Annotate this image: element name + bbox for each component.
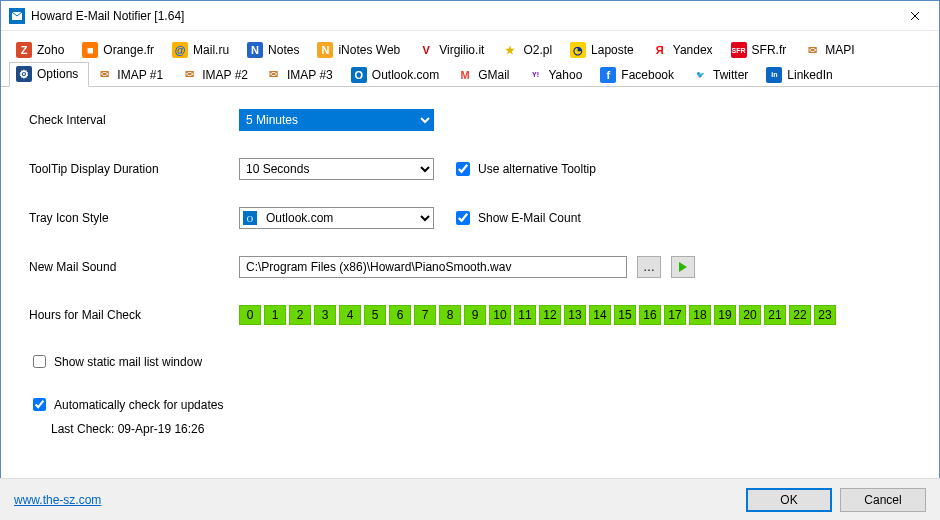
website-link[interactable]: www.the-sz.com bbox=[14, 493, 101, 507]
options-panel: Check Interval 5 Minutes ToolTip Display… bbox=[1, 87, 939, 444]
hour-13[interactable]: 13 bbox=[564, 305, 586, 325]
label-hours: Hours for Mail Check bbox=[29, 308, 239, 322]
inotes-web-icon: N bbox=[317, 42, 333, 58]
tray-icon-style-select[interactable]: Outlook.com bbox=[239, 207, 434, 229]
tab-mail-ru[interactable]: @Mail.ru bbox=[165, 38, 240, 62]
hours-grid: 01234567891011121314151617181920212223 bbox=[239, 305, 836, 325]
tab-mapi[interactable]: ✉MAPI bbox=[797, 38, 865, 62]
use-alt-tooltip-checkbox[interactable]: Use alternative Tooltip bbox=[452, 159, 596, 179]
hour-16[interactable]: 16 bbox=[639, 305, 661, 325]
check-interval-select[interactable]: 5 Minutes bbox=[239, 109, 434, 131]
row-hours: Hours for Mail Check 0123456789101112131… bbox=[29, 305, 911, 325]
tooltip-duration-select[interactable]: 10 Seconds bbox=[239, 158, 434, 180]
hour-15[interactable]: 15 bbox=[614, 305, 636, 325]
tab-o2-pl[interactable]: ★O2.pl bbox=[495, 38, 563, 62]
zoho-icon: Z bbox=[16, 42, 32, 58]
hour-3[interactable]: 3 bbox=[314, 305, 336, 325]
auto-update-checkbox[interactable]: Automatically check for updates bbox=[29, 395, 223, 414]
hour-11[interactable]: 11 bbox=[514, 305, 536, 325]
tab-label: Yahoo bbox=[549, 68, 583, 82]
tab-notes[interactable]: NNotes bbox=[240, 38, 310, 62]
mapi-icon: ✉ bbox=[804, 42, 820, 58]
tab-outlook-com[interactable]: OOutlook.com bbox=[344, 62, 450, 87]
tab-label: Virgilio.it bbox=[439, 43, 484, 57]
label-tooltip-duration: ToolTip Display Duration bbox=[29, 162, 239, 176]
use-alt-tooltip-input[interactable] bbox=[456, 162, 470, 176]
o2-pl-icon: ★ bbox=[502, 42, 518, 58]
tab-inotes-web[interactable]: NiNotes Web bbox=[310, 38, 411, 62]
new-mail-sound-input[interactable] bbox=[239, 256, 627, 278]
hour-2[interactable]: 2 bbox=[289, 305, 311, 325]
hour-0[interactable]: 0 bbox=[239, 305, 261, 325]
row-check-interval: Check Interval 5 Minutes bbox=[29, 109, 911, 131]
show-static-list-label: Show static mail list window bbox=[54, 355, 202, 369]
show-static-list-checkbox[interactable]: Show static mail list window bbox=[29, 352, 202, 371]
yandex-icon: Я bbox=[652, 42, 668, 58]
hour-8[interactable]: 8 bbox=[439, 305, 461, 325]
hour-20[interactable]: 20 bbox=[739, 305, 761, 325]
tab-label: Facebook bbox=[621, 68, 674, 82]
ok-button[interactable]: OK bbox=[746, 488, 832, 512]
browse-sound-button[interactable]: … bbox=[637, 256, 661, 278]
row-tray-icon-style: Tray Icon Style O Outlook.com Show E-Mai… bbox=[29, 207, 911, 229]
hour-4[interactable]: 4 bbox=[339, 305, 361, 325]
tab-imap-3[interactable]: ✉IMAP #3 bbox=[259, 62, 344, 87]
tab-gmail[interactable]: MGMail bbox=[450, 62, 520, 87]
hour-9[interactable]: 9 bbox=[464, 305, 486, 325]
hour-23[interactable]: 23 bbox=[814, 305, 836, 325]
tab-label: IMAP #2 bbox=[202, 68, 248, 82]
tab-imap-1[interactable]: ✉IMAP #1 bbox=[89, 62, 174, 87]
play-sound-button[interactable] bbox=[671, 256, 695, 278]
hour-5[interactable]: 5 bbox=[364, 305, 386, 325]
notes-icon: N bbox=[247, 42, 263, 58]
tab-sfr-fr[interactable]: SFRSFR.fr bbox=[724, 38, 798, 62]
hour-6[interactable]: 6 bbox=[389, 305, 411, 325]
hour-10[interactable]: 10 bbox=[489, 305, 511, 325]
tab-orange-fr[interactable]: ■Orange.fr bbox=[75, 38, 165, 62]
tab-linkedin[interactable]: inLinkedIn bbox=[759, 62, 843, 87]
auto-update-input[interactable] bbox=[33, 398, 46, 411]
tab-yahoo[interactable]: Y!Yahoo bbox=[521, 62, 594, 87]
tab-label: IMAP #3 bbox=[287, 68, 333, 82]
hour-7[interactable]: 7 bbox=[414, 305, 436, 325]
tab-label: GMail bbox=[478, 68, 509, 82]
tab-label: IMAP #1 bbox=[117, 68, 163, 82]
tab-facebook[interactable]: fFacebook bbox=[593, 62, 685, 87]
virgilio-it-icon: V bbox=[418, 42, 434, 58]
show-static-list-input[interactable] bbox=[33, 355, 46, 368]
hour-22[interactable]: 22 bbox=[789, 305, 811, 325]
tab-yandex[interactable]: ЯYandex bbox=[645, 38, 724, 62]
facebook-icon: f bbox=[600, 67, 616, 83]
hour-1[interactable]: 1 bbox=[264, 305, 286, 325]
imap-3-icon: ✉ bbox=[266, 67, 282, 83]
tab-label: SFR.fr bbox=[752, 43, 787, 57]
hour-19[interactable]: 19 bbox=[714, 305, 736, 325]
hour-17[interactable]: 17 bbox=[664, 305, 686, 325]
play-icon bbox=[678, 262, 688, 272]
tab-label: Mail.ru bbox=[193, 43, 229, 57]
orange-fr-icon: ■ bbox=[82, 42, 98, 58]
show-email-count-input[interactable] bbox=[456, 211, 470, 225]
hour-18[interactable]: 18 bbox=[689, 305, 711, 325]
tab-label: iNotes Web bbox=[338, 43, 400, 57]
tab-virgilio-it[interactable]: VVirgilio.it bbox=[411, 38, 495, 62]
twitter-icon: 🐦 bbox=[692, 67, 708, 83]
hour-14[interactable]: 14 bbox=[589, 305, 611, 325]
cancel-button[interactable]: Cancel bbox=[840, 488, 926, 512]
auto-update-label: Automatically check for updates bbox=[54, 398, 223, 412]
tab-zoho[interactable]: ZZoho bbox=[9, 38, 75, 62]
tab-row-bottom: ⚙Options✉IMAP #1✉IMAP #2✉IMAP #3OOutlook… bbox=[9, 61, 931, 86]
tab-twitter[interactable]: 🐦Twitter bbox=[685, 62, 759, 87]
close-button[interactable] bbox=[895, 2, 935, 30]
hour-12[interactable]: 12 bbox=[539, 305, 561, 325]
show-email-count-checkbox[interactable]: Show E-Mail Count bbox=[452, 208, 581, 228]
tab-laposte[interactable]: ◔Laposte bbox=[563, 38, 645, 62]
tab-imap-2[interactable]: ✉IMAP #2 bbox=[174, 62, 259, 87]
gmail-icon: M bbox=[457, 67, 473, 83]
tab-options[interactable]: ⚙Options bbox=[9, 62, 89, 87]
hour-21[interactable]: 21 bbox=[764, 305, 786, 325]
imap-2-icon: ✉ bbox=[181, 67, 197, 83]
linkedin-icon: in bbox=[766, 67, 782, 83]
tab-label: Laposte bbox=[591, 43, 634, 57]
tab-label: Outlook.com bbox=[372, 68, 439, 82]
